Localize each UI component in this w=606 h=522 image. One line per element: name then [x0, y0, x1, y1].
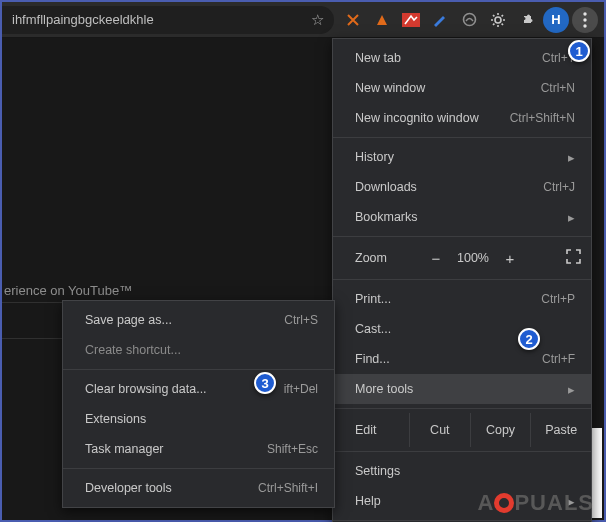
menu-item-label: Bookmarks — [355, 210, 562, 224]
menu-new-tab[interactable]: New tabCtrl+T — [333, 43, 591, 73]
svg-point-13 — [583, 24, 586, 27]
extension-icon-5[interactable] — [456, 7, 482, 33]
menu-more-tools[interactable]: More tools▸ — [333, 374, 591, 404]
svg-point-11 — [583, 12, 586, 15]
submenu-extensions[interactable]: Extensions — [63, 404, 334, 434]
shortcut-text: Ctrl+N — [541, 81, 575, 95]
chrome-main-menu: New tabCtrl+T New windowCtrl+N New incog… — [332, 38, 592, 522]
kebab-menu-icon[interactable] — [572, 7, 598, 33]
extension-icon-1[interactable] — [340, 7, 366, 33]
svg-point-2 — [495, 17, 501, 23]
shortcut-text: Ctrl+P — [541, 292, 575, 306]
submenu-developer-tools[interactable]: Developer toolsCtrl+Shift+I — [63, 473, 334, 503]
menu-settings[interactable]: Settings — [333, 456, 591, 486]
submenu-arrow-icon: ▸ — [568, 150, 575, 165]
svg-line-9 — [493, 23, 494, 24]
profile-avatar[interactable]: H — [543, 7, 569, 33]
shortcut-text: Ctrl+T — [542, 51, 575, 65]
page-teaser-text: erience on YouTube™ — [4, 283, 132, 298]
menu-find[interactable]: Find...Ctrl+F — [333, 344, 591, 374]
svg-line-7 — [493, 15, 494, 16]
submenu-clear-browsing-data[interactable]: Clear browsing data...ift+Del — [63, 374, 334, 404]
menu-separator — [333, 137, 591, 138]
menu-item-label: Clear browsing data... — [85, 382, 284, 396]
menu-history[interactable]: History▸ — [333, 142, 591, 172]
watermark-right: PUALS — [514, 490, 594, 515]
menu-separator — [333, 520, 591, 521]
zoom-label: Zoom — [355, 251, 425, 265]
menu-cast[interactable]: Cast... — [333, 314, 591, 344]
menu-separator — [333, 451, 591, 452]
menu-item-label: Developer tools — [85, 481, 258, 495]
menu-print[interactable]: Print...Ctrl+P — [333, 284, 591, 314]
address-bar[interactable]: ihfmfllpaingbgckeeldkhle ☆ — [2, 6, 334, 34]
zoom-out-button[interactable]: − — [425, 250, 447, 267]
menu-bookmarks[interactable]: Bookmarks▸ — [333, 202, 591, 232]
shortcut-text: Ctrl+Shift+N — [510, 111, 575, 125]
extension-icon-4[interactable] — [427, 7, 453, 33]
submenu-arrow-icon: ▸ — [568, 210, 575, 225]
zoom-in-button[interactable]: + — [499, 250, 521, 267]
menu-downloads[interactable]: DownloadsCtrl+J — [333, 172, 591, 202]
shortcut-text: ift+Del — [284, 382, 318, 396]
menu-item-label: Settings — [355, 464, 575, 478]
edit-paste-button[interactable]: Paste — [530, 413, 591, 447]
watermark-left: A — [478, 490, 495, 515]
menu-item-label: Task manager — [85, 442, 267, 456]
fullscreen-icon[interactable] — [566, 249, 581, 267]
edit-label: Edit — [355, 423, 409, 437]
menu-item-label: New incognito window — [355, 111, 510, 125]
menu-item-label: Find... — [355, 352, 542, 366]
shortcut-text: Ctrl+F — [542, 352, 575, 366]
menu-item-label: Cast... — [355, 322, 575, 336]
menu-item-label: New tab — [355, 51, 542, 65]
submenu-task-manager[interactable]: Task managerShift+Esc — [63, 434, 334, 464]
svg-line-8 — [502, 23, 503, 24]
bookmark-star-icon[interactable]: ☆ — [311, 11, 324, 29]
watermark-ring-icon — [494, 493, 514, 513]
shortcut-text: Ctrl+S — [284, 313, 318, 327]
zoom-value: 100% — [447, 251, 499, 265]
extensions-puzzle-icon[interactable] — [514, 7, 540, 33]
submenu-arrow-icon: ▸ — [568, 382, 575, 397]
menu-item-label: Downloads — [355, 180, 543, 194]
svg-point-1 — [463, 14, 475, 26]
browser-toolbar: ihfmfllpaingbgckeeldkhle ☆ — [2, 2, 604, 38]
menu-item-label: Save page as... — [85, 313, 284, 327]
menu-edit-row: Edit Cut Copy Paste — [333, 413, 591, 447]
submenu-save-page[interactable]: Save page as...Ctrl+S — [63, 305, 334, 335]
menu-item-label: History — [355, 150, 562, 164]
menu-separator — [333, 279, 591, 280]
shortcut-text: Ctrl+J — [543, 180, 575, 194]
submenu-create-shortcut[interactable]: Create shortcut... — [63, 335, 334, 365]
menu-item-label: Extensions — [85, 412, 318, 426]
svg-point-12 — [583, 18, 586, 21]
avatar-initial: H — [551, 12, 560, 27]
edit-copy-button[interactable]: Copy — [470, 413, 531, 447]
url-text: ihfmfllpaingbgckeeldkhle — [12, 12, 154, 27]
settings-gear-icon[interactable] — [485, 7, 511, 33]
extension-icon-3[interactable] — [398, 7, 424, 33]
menu-item-label: Print... — [355, 292, 541, 306]
menu-item-label: Create shortcut... — [85, 343, 318, 357]
menu-separator — [333, 236, 591, 237]
shortcut-text: Ctrl+Shift+I — [258, 481, 318, 495]
menu-zoom-row: Zoom − 100% + — [333, 241, 591, 275]
edit-cut-button[interactable]: Cut — [409, 413, 470, 447]
more-tools-submenu: Save page as...Ctrl+S Create shortcut...… — [62, 300, 335, 508]
menu-new-window[interactable]: New windowCtrl+N — [333, 73, 591, 103]
menu-incognito[interactable]: New incognito windowCtrl+Shift+N — [333, 103, 591, 133]
watermark: APUALS — [478, 490, 594, 516]
svg-line-10 — [502, 15, 503, 16]
menu-separator — [63, 468, 334, 469]
menu-item-label: New window — [355, 81, 541, 95]
shortcut-text: Shift+Esc — [267, 442, 318, 456]
extension-icons: H — [334, 7, 604, 33]
menu-separator — [63, 369, 334, 370]
menu-item-label: More tools — [355, 382, 562, 396]
menu-separator — [333, 408, 591, 409]
extension-icon-2[interactable] — [369, 7, 395, 33]
